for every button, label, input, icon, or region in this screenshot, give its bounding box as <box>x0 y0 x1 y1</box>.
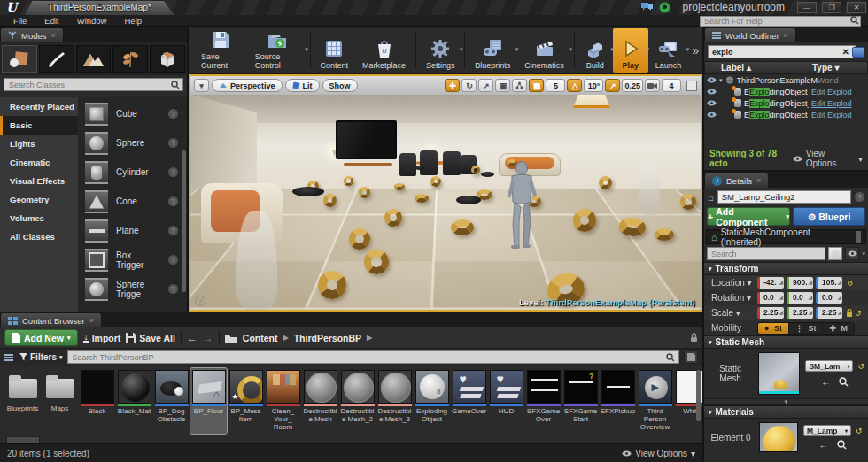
save-all-button[interactable]: Save All <box>126 333 174 343</box>
edit-blueprint-link[interactable]: Edit Explod <box>811 88 868 96</box>
help-search-input[interactable] <box>700 16 861 27</box>
column-label[interactable]: Label ▴ <box>705 63 812 73</box>
outliner-actor-row[interactable]: EExplodingObject_C Edit Explod <box>704 109 868 120</box>
chevron-down-icon[interactable]: ▾ <box>305 46 308 53</box>
rotation-label[interactable]: Rotation ▾ <box>711 293 757 303</box>
static-mesh-dropdown[interactable]: SM_Lam▾ <box>805 360 853 372</box>
epic-hub-icon[interactable] <box>659 2 670 13</box>
tab-modes[interactable]: Modes × <box>0 27 64 42</box>
outliner-view-options[interactable]: View Options ▾ <box>793 149 863 168</box>
eye-icon[interactable] <box>707 100 717 106</box>
asset-third-person-overview[interactable]: Third Person Overview <box>637 368 673 434</box>
details-search-input[interactable] <box>707 247 825 260</box>
eye-icon[interactable] <box>707 112 717 118</box>
scrollbar[interactable] <box>856 231 861 243</box>
forward-button[interactable]: → <box>203 332 213 344</box>
asset-sfxgame-start[interactable]: SFXGame Start <box>562 368 599 434</box>
category-all-classes[interactable]: All Classes <box>0 227 78 246</box>
perspective-button[interactable]: Perspective <box>212 79 283 92</box>
rotate-tool-button[interactable]: ↻ <box>461 79 477 92</box>
help-icon[interactable]: ? <box>168 109 178 119</box>
placeable-box-trigger[interactable]: Box Trigger ? <box>78 245 187 274</box>
outliner-filter-icon[interactable] <box>852 47 864 58</box>
placeable-sphere[interactable]: Sphere ? <box>78 128 187 158</box>
toolbar-button-launch[interactable]: Launch▾ <box>648 28 689 73</box>
asset-exploding-object[interactable]: Exploding Object <box>414 368 450 434</box>
toolbar-button-settings[interactable]: Settings▾ <box>419 28 462 73</box>
materials-section-header[interactable]: ▾Materials <box>704 405 868 419</box>
asset-bp-dog-obstacle[interactable]: BP_Dog Obstacle <box>153 368 190 434</box>
details-grid-button[interactable]: ▦ <box>828 247 842 260</box>
chevron-down-icon[interactable]: ▾ <box>862 250 865 258</box>
lit-button[interactable]: Lit <box>285 79 320 92</box>
eye-icon[interactable] <box>707 77 717 83</box>
rotation-x-field[interactable]: 0.0◢ <box>757 292 784 304</box>
toolbar-button-build[interactable]: Build▾ <box>577 28 613 73</box>
level-tab[interactable]: ThirdPersonExampleMap* <box>25 1 174 15</box>
viewport-scene[interactable]: ? Level: ThirdPersonExampleMap (Persiste… <box>190 95 701 310</box>
category-geometry[interactable]: Geometry <box>0 190 78 209</box>
mode-button-foliage-mode[interactable] <box>112 45 148 73</box>
help-icon[interactable]: ? <box>168 226 178 235</box>
toolbar-button-source-control[interactable]: Source Control▾ <box>248 28 307 73</box>
asset-sfxpickup[interactable]: SFXPickup <box>600 368 636 434</box>
edit-blueprint-button[interactable]: ⚙ Bluepri <box>793 207 865 226</box>
menu-help[interactable]: Help <box>116 16 150 26</box>
outliner-world-row[interactable]: ▾ ThirdPersonExampleMWorld <box>704 74 868 86</box>
maximize-viewport-button[interactable] <box>686 81 697 91</box>
modes-search-input[interactable] <box>4 78 183 91</box>
scale-y-field[interactable]: 2.25◢ <box>787 307 813 319</box>
chevron-down-icon[interactable]: ▾ <box>686 46 690 53</box>
mode-button-geometry-mode[interactable] <box>150 45 185 73</box>
mobility-stationary-option[interactable]: ⋮ St <box>788 323 823 334</box>
viewport[interactable]: ▾ Perspective Lit Show ✚ ↻ ↗ ▣ ▦ 5 △ 10°… <box>189 74 702 312</box>
breadcrumb-content[interactable]: Content <box>243 333 278 343</box>
add-component-button[interactable]: + Add Component ▾ <box>707 207 790 226</box>
browse-icon[interactable] <box>839 377 849 387</box>
section-collapse-strip[interactable]: ▼ <box>704 398 868 405</box>
edit-blueprint-link[interactable]: Edit Explod <box>811 111 868 119</box>
menu-edit[interactable]: Edit <box>36 16 66 26</box>
outliner-actor-row[interactable]: EExplodingObject_C Edit Explod <box>704 97 868 109</box>
use-selected-icon[interactable]: ← <box>819 440 828 450</box>
category-cinematic[interactable]: Cinematic <box>0 153 78 172</box>
close-button[interactable]: ✕ <box>847 2 866 13</box>
category-basic[interactable]: Basic <box>0 116 78 135</box>
category-lights[interactable]: Lights <box>0 135 78 153</box>
actor-name-field[interactable] <box>717 190 851 204</box>
breadcrumb-thirdpersonbp[interactable]: ThirdPersonBP <box>294 333 361 343</box>
asset-destructible-mesh-3[interactable]: Destructible Mesh_3 <box>376 368 413 434</box>
reset-icon[interactable]: ↺ <box>855 309 862 318</box>
viewport-help-icon[interactable]: ? <box>195 296 205 306</box>
content-search-input[interactable] <box>67 350 679 364</box>
lock-icon[interactable] <box>846 309 853 318</box>
asset-black[interactable]: Black <box>79 368 115 434</box>
tab-details[interactable]: i Details × <box>704 173 769 188</box>
mobility-movable-option[interactable]: ✚ M <box>822 323 854 334</box>
add-new-button[interactable]: Add New▾ <box>4 329 78 346</box>
toolbar-button-blueprints[interactable]: Blueprints▾ <box>468 28 517 73</box>
placeable-cone[interactable]: Cone ? <box>78 187 187 216</box>
menu-file[interactable]: File <box>5 16 35 26</box>
use-selected-icon[interactable]: ← <box>821 377 830 387</box>
asset-hud[interactable]: HUD <box>488 368 524 434</box>
minimize-button[interactable]: — <box>797 2 817 13</box>
static-mesh-thumbnail[interactable] <box>758 352 800 395</box>
scale-x-field[interactable]: 2.25◢ <box>757 307 784 319</box>
placeable-cube[interactable]: Cube ? <box>78 99 187 128</box>
toolbar-overflow-chevron[interactable]: » <box>688 43 702 58</box>
scale-snap-toggle[interactable]: ↗ <box>605 79 620 92</box>
reset-icon[interactable]: ↺ <box>847 279 854 288</box>
asset-sfxgame-over[interactable]: SFXGame Over <box>525 368 562 434</box>
details-visibility-button[interactable] <box>845 247 859 260</box>
import-button[interactable]: ↓ Import <box>83 333 120 343</box>
reset-icon[interactable]: ↺ <box>857 362 864 371</box>
grid-snap-toggle[interactable]: ▦ <box>529 79 544 92</box>
tab-content-browser[interactable]: Content Browser × <box>0 312 102 327</box>
help-icon[interactable]: ? <box>168 196 178 206</box>
asset-bp-mess-item[interactable]: BP_Mess Item <box>228 368 264 434</box>
reset-icon[interactable]: ↺ <box>856 427 863 435</box>
help-icon[interactable]: ? <box>168 255 178 265</box>
help-icon[interactable]: ? <box>855 192 864 202</box>
static-mesh-section-header[interactable]: ▾Static Mesh <box>704 335 868 349</box>
